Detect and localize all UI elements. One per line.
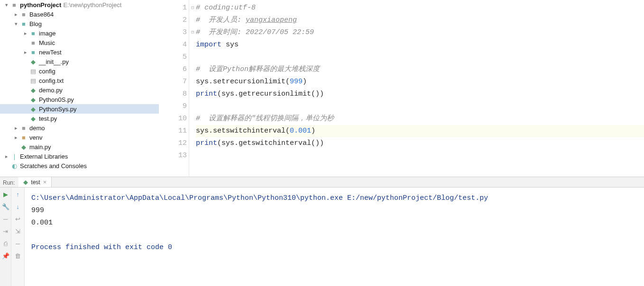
tree-item-label: Python0S.py bbox=[39, 96, 74, 103]
close-icon[interactable]: × bbox=[43, 179, 47, 186]
tree-item[interactable]: ▸■image bbox=[0, 28, 159, 38]
print-icon[interactable]: ⎙ bbox=[1, 239, 10, 248]
tree-item-label: venv bbox=[29, 134, 42, 141]
divider-icon: ─ bbox=[1, 214, 10, 223]
code-editor[interactable]: 12345678910111213 ⊟# coding:utf-8# 开发人员:… bbox=[159, 0, 644, 177]
folder-teal-icon: ■ bbox=[29, 29, 37, 37]
code-token: # 开发时间: 2022/07/05 22:59 bbox=[196, 27, 314, 39]
code-token: # coding:utf-8 bbox=[196, 2, 256, 14]
code-line[interactable] bbox=[196, 100, 644, 113]
chevron-down-icon: ▾ bbox=[3, 2, 10, 8]
code-line[interactable]: print(sys.getrecursionlimit()) bbox=[196, 88, 644, 100]
line-number: 1 bbox=[159, 2, 187, 14]
tree-item[interactable]: ◆main.py bbox=[0, 142, 159, 152]
tree-item-label: demo bbox=[29, 125, 45, 132]
project-tree[interactable]: ▾ ■ pythonProject E:\new\pythonProject ▸… bbox=[0, 0, 159, 177]
tree-item-label: Music bbox=[39, 39, 55, 46]
py-icon: ◆ bbox=[29, 86, 37, 94]
tree-item[interactable]: ▤config.txt bbox=[0, 76, 159, 85]
pin-icon[interactable]: 📌 bbox=[1, 251, 10, 260]
code-token: import bbox=[196, 39, 226, 51]
chevron-down-icon: ▾ bbox=[12, 21, 20, 27]
py-icon: ◆ bbox=[29, 96, 37, 103]
fold-marker-icon bbox=[189, 125, 196, 137]
code-line[interactable]: sys.setrecursionlimit(999) bbox=[196, 76, 644, 88]
code-token: 999 bbox=[290, 76, 303, 88]
editor-content[interactable]: ⊟# coding:utf-8# 开发人员: yangxiaopeng⊟# 开发… bbox=[189, 0, 644, 177]
wrap-icon[interactable]: ↩ bbox=[13, 214, 23, 223]
line-number: 4 bbox=[159, 39, 187, 51]
code-token: ) bbox=[311, 125, 315, 137]
line-number: 12 bbox=[159, 137, 187, 150]
project-root[interactable]: ▾ ■ pythonProject E:\new\pythonProject bbox=[0, 0, 159, 9]
tree-item[interactable]: ◐Scratches and Consoles bbox=[0, 161, 159, 170]
file-icon: ▤ bbox=[29, 67, 37, 75]
code-line[interactable]: print(sys.getswitchinterval()) bbox=[196, 137, 644, 150]
tree-item[interactable]: ▸❘External Libraries bbox=[0, 152, 159, 161]
scratch-icon: ◐ bbox=[10, 162, 18, 170]
code-line[interactable]: # 设置Python解释器的最大堆栈深度 bbox=[196, 63, 644, 76]
py-icon: ◆ bbox=[29, 58, 37, 65]
chevron-right-icon: ▸ bbox=[12, 11, 20, 18]
fold-marker-icon bbox=[189, 14, 196, 27]
tree-item[interactable]: ▸■newTest bbox=[0, 47, 159, 57]
run-tab-name: test bbox=[31, 179, 40, 186]
step-icon[interactable]: ⇥ bbox=[1, 226, 10, 236]
scroll-icon[interactable]: ⇲ bbox=[13, 226, 23, 236]
tree-item[interactable]: ▸■venv bbox=[0, 133, 159, 142]
py-icon: ◆ bbox=[29, 115, 37, 122]
fold-marker-icon bbox=[189, 51, 196, 63]
tree-item[interactable]: ▸■demo bbox=[0, 123, 159, 133]
run-tab[interactable]: ◆ test × bbox=[18, 177, 52, 187]
tree-item[interactable]: ▤config bbox=[0, 66, 159, 76]
arrow-up-icon[interactable]: ↑ bbox=[13, 189, 23, 199]
folder-teal-icon: ■ bbox=[20, 20, 28, 27]
tree-item-label: newTest bbox=[39, 49, 62, 56]
tree-item-label: Blog bbox=[29, 20, 42, 27]
code-line[interactable] bbox=[196, 150, 644, 162]
settings-icon[interactable]: 🔧 bbox=[1, 202, 10, 211]
tree-item[interactable]: ▸■Base864 bbox=[0, 9, 159, 19]
console-line: 999 bbox=[31, 205, 637, 217]
code-line[interactable]: # 开发人员: yangxiaopeng bbox=[196, 14, 644, 27]
arrow-down-icon[interactable]: ↓ bbox=[13, 202, 23, 211]
run-panel-header: Run: ◆ test × bbox=[0, 177, 644, 188]
code-line[interactable]: import sys bbox=[196, 39, 644, 51]
tree-item[interactable]: ◆demo.py bbox=[0, 85, 159, 95]
run-button[interactable]: ▶ bbox=[1, 189, 10, 199]
tree-item-label: Base864 bbox=[29, 11, 54, 18]
py-icon: ◆ bbox=[20, 143, 28, 151]
tree-item-label: config.txt bbox=[39, 77, 64, 84]
fold-marker-icon bbox=[189, 63, 196, 76]
trash-icon[interactable]: 🗑 bbox=[13, 251, 23, 260]
tree-item-label: image bbox=[39, 30, 55, 37]
folder-tan-icon: ■ bbox=[20, 134, 28, 141]
line-number: 10 bbox=[159, 113, 187, 125]
code-line[interactable]: # 设置解释器的"线程切换间隔，单位为秒 bbox=[196, 113, 644, 125]
line-number: 5 bbox=[159, 51, 187, 63]
tree-item[interactable]: ◆test.py bbox=[0, 114, 159, 123]
code-line[interactable] bbox=[196, 51, 644, 63]
tree-item-label: demo.py bbox=[39, 87, 63, 94]
run-toolbar-2: ↑ ↓ ↩ ⇲ ─ 🗑 bbox=[11, 188, 25, 286]
tree-item[interactable]: ▾■Blog bbox=[0, 19, 159, 28]
tree-item[interactable]: ◆Python0S.py bbox=[0, 95, 159, 104]
tree-item-label: main.py bbox=[29, 143, 51, 151]
code-line[interactable]: ⊟# coding:utf-8 bbox=[196, 2, 644, 14]
code-line[interactable]: ⊟# 开发时间: 2022/07/05 22:59 bbox=[196, 27, 644, 39]
editor-gutter: 12345678910111213 bbox=[159, 0, 189, 177]
folder-teal-icon: ■ bbox=[29, 48, 37, 56]
lib-icon: ❘ bbox=[10, 152, 18, 160]
fold-marker-icon bbox=[189, 100, 196, 113]
chevron-right-icon: ▸ bbox=[22, 30, 29, 36]
project-name: pythonProject bbox=[20, 1, 61, 9]
code-token: sys bbox=[226, 39, 239, 51]
console-output[interactable]: C:\Users\Administrator\AppData\Local\Pro… bbox=[25, 188, 644, 286]
tree-item-label: config bbox=[39, 68, 55, 75]
tree-item[interactable]: ■Music bbox=[0, 38, 159, 47]
tree-item[interactable]: ◆__init__.py bbox=[0, 57, 159, 66]
line-number: 3 bbox=[159, 27, 187, 39]
tree-item[interactable]: ◆PythonSys.py bbox=[0, 104, 159, 114]
code-line[interactable]: sys.setswitchinterval(0.001) bbox=[196, 125, 644, 137]
line-number: 11 bbox=[159, 125, 187, 137]
